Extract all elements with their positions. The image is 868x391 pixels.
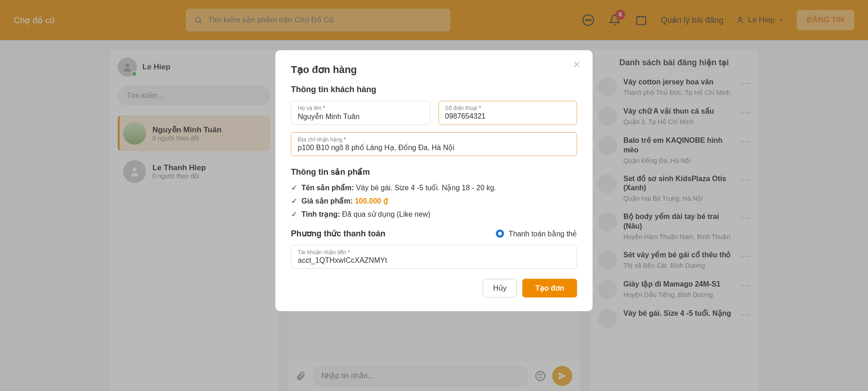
payment-card-radio[interactable]: Thanh toán bằng thẻ — [496, 229, 577, 238]
check-icon: ✓ — [291, 183, 297, 192]
check-icon: ✓ — [291, 210, 297, 219]
phone-field[interactable]: Số điện thoại * — [438, 101, 577, 125]
create-order-modal: Tạo đơn hàng Thông tin khách hàng Họ và … — [276, 50, 593, 311]
submit-button[interactable]: Tạo đơn — [523, 279, 577, 297]
name-field[interactable]: Họ và tên * — [291, 101, 430, 125]
check-icon: ✓ — [291, 197, 297, 205]
close-icon — [573, 60, 581, 68]
name-input[interactable] — [298, 112, 424, 120]
address-input[interactable] — [298, 144, 570, 152]
cancel-button[interactable]: Hủy — [482, 279, 517, 297]
product-price-row: ✓ Giá sản phẩm: 100.000 ₫ — [291, 197, 577, 205]
product-name-row: ✓ Tên sản phẩm: Váy bé gái. Size 4 -5 tu… — [291, 183, 577, 192]
radio-selected-icon — [496, 229, 504, 238]
phone-input[interactable] — [445, 112, 570, 120]
payment-section-heading: Phương thức thanh toán — [291, 229, 386, 239]
product-section-heading: Thông tin sản phẩm — [291, 167, 577, 177]
account-input[interactable] — [298, 256, 570, 265]
product-condition-row: ✓ Tình trạng: Đã qua sử dụng (Like new) — [291, 210, 577, 219]
modal-title: Tạo đơn hàng — [291, 64, 577, 76]
account-field[interactable]: Tài khoản nhận tiền * — [291, 245, 577, 269]
close-button[interactable] — [573, 60, 581, 68]
address-field[interactable]: Địa chỉ nhận hàng * — [291, 132, 577, 156]
customer-section-heading: Thông tin khách hàng — [291, 85, 577, 94]
